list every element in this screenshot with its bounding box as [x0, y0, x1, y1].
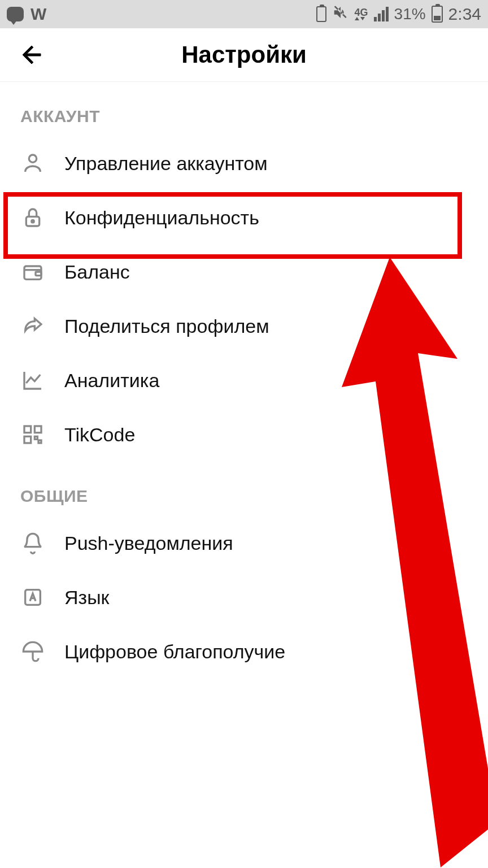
- settings-item-label: Push-уведомления: [64, 532, 233, 554]
- signal-bars-icon: [374, 7, 389, 21]
- svg-rect-5: [24, 426, 31, 433]
- umbrella-icon: [20, 639, 45, 664]
- share-icon: [20, 314, 45, 338]
- language-icon: [20, 585, 45, 610]
- settings-item-label: Аналитика: [64, 370, 159, 392]
- lock-icon: [20, 205, 45, 230]
- settings-item-label: Баланс: [64, 261, 130, 283]
- svg-point-0: [29, 155, 36, 162]
- back-button[interactable]: [9, 32, 54, 77]
- settings-item-privacy[interactable]: Конфиденциальность: [0, 190, 488, 245]
- chart-line-icon: [20, 368, 45, 393]
- app-header: Настройки: [0, 28, 488, 82]
- clock: 2:34: [448, 5, 481, 24]
- settings-item-label: Язык: [64, 587, 109, 609]
- status-bar-right: 4G 31% 2:34: [316, 4, 481, 25]
- settings-item-label: Цифровое благополучие: [64, 641, 285, 663]
- section-heading-general: ОБЩИЕ: [0, 462, 488, 516]
- settings-item-digital-wellbeing[interactable]: Цифровое благополучие: [0, 624, 488, 679]
- status-bar: W 4G 31% 2:34: [0, 0, 488, 28]
- svg-rect-7: [24, 436, 31, 443]
- svg-rect-6: [34, 426, 41, 433]
- section-heading-account: АККАУНТ: [0, 82, 488, 136]
- battery-percentage: 31%: [394, 5, 426, 23]
- network-type-label: 4G: [355, 8, 368, 20]
- settings-item-analytics[interactable]: Аналитика: [0, 353, 488, 407]
- settings-item-share-profile[interactable]: Поделиться профилем: [0, 299, 488, 353]
- settings-item-push-notifications[interactable]: Push-уведомления: [0, 516, 488, 570]
- back-arrow-icon: [18, 41, 45, 68]
- person-icon: [20, 151, 45, 176]
- settings-item-language[interactable]: Язык: [0, 570, 488, 624]
- battery-saver-icon: [316, 6, 326, 22]
- svg-rect-3: [24, 266, 41, 279]
- settings-item-tikcode[interactable]: TikCode: [0, 407, 488, 462]
- status-bar-left: W: [7, 5, 46, 24]
- settings-item-label: Управление аккаунтом: [64, 153, 268, 175]
- settings-item-balance[interactable]: Баланс: [0, 245, 488, 299]
- vk-logo-icon: W: [30, 5, 46, 24]
- settings-item-label: Поделиться профилем: [64, 315, 269, 337]
- settings-item-label: Конфиденциальность: [64, 207, 259, 229]
- svg-point-2: [32, 220, 34, 223]
- bell-icon: [20, 531, 45, 555]
- chat-notification-icon: [7, 7, 24, 21]
- svg-rect-8: [34, 436, 37, 439]
- battery-level-icon: [432, 6, 443, 23]
- qr-code-icon: [20, 422, 45, 447]
- wallet-icon: [20, 259, 45, 284]
- svg-rect-9: [38, 440, 41, 443]
- svg-rect-4: [36, 272, 41, 276]
- mute-icon: [332, 4, 349, 25]
- page-title: Настройки: [181, 41, 307, 68]
- settings-item-label: TikCode: [64, 424, 135, 446]
- settings-item-manage-account[interactable]: Управление аккаунтом: [0, 136, 488, 190]
